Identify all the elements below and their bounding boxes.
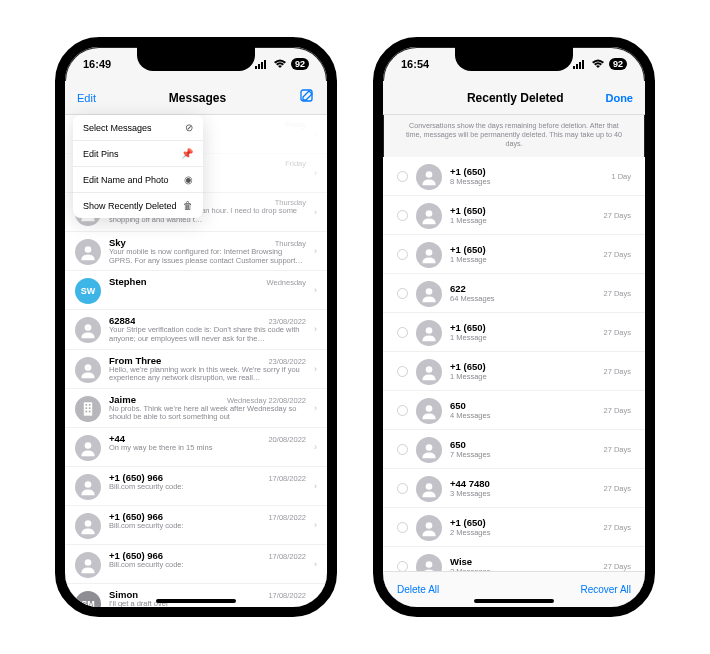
deleted-item[interactable]: +1 (650)1 Message27 Days	[383, 196, 645, 235]
chevron-right-icon: ›	[314, 403, 317, 413]
deleted-item[interactable]: Wise2 Messages27 Days	[383, 547, 645, 571]
deleted-name: +1 (650)	[450, 361, 595, 372]
select-circle[interactable]	[397, 561, 408, 572]
conversation-item[interactable]: 6288423/08/2022Your Stripe verification …	[65, 310, 327, 349]
days-remaining: 27 Days	[603, 367, 631, 376]
phone-left: 16:49 92 Edit Messages FridayMessage thr…	[55, 37, 337, 617]
select-circle[interactable]	[397, 366, 408, 377]
select-circle[interactable]	[397, 327, 408, 338]
select-circle[interactable]	[397, 444, 408, 455]
deleted-item[interactable]: 62264 Messages27 Days	[383, 274, 645, 313]
avatar	[75, 317, 101, 343]
conversation-item[interactable]: +4420/08/2022On my way be there in 15 mi…	[65, 428, 327, 467]
done-button[interactable]: Done	[605, 92, 633, 104]
conversation-item[interactable]: SMSimon17/08/2022I'll get a draft over›	[65, 584, 327, 607]
delete-all-button[interactable]: Delete All	[397, 584, 439, 595]
status-time: 16:49	[83, 58, 111, 70]
avatar	[416, 281, 442, 307]
avatar	[416, 320, 442, 346]
recover-all-button[interactable]: Recover All	[580, 584, 631, 595]
days-remaining: 27 Days	[603, 523, 631, 532]
deleted-msg-count: 4 Messages	[450, 411, 595, 420]
conversation-item[interactable]: From Three23/08/2022Hello, we're plannin…	[65, 350, 327, 389]
deleted-main: 62264 Messages	[450, 283, 595, 303]
svg-rect-26	[582, 60, 584, 69]
conversation-preview: Bill.com security code:	[109, 561, 306, 570]
deleted-msg-count: 1 Message	[450, 216, 595, 225]
conversation-preview: Bill.com security code:	[109, 483, 306, 492]
conversation-item[interactable]: +1 (650) 96617/08/2022Bill.com security …	[65, 467, 327, 506]
deleted-item[interactable]: 6507 Messages27 Days	[383, 430, 645, 469]
days-remaining: 27 Days	[603, 211, 631, 220]
deleted-item[interactable]: 6504 Messages27 Days	[383, 391, 645, 430]
edit-menu-item[interactable]: Edit Name and Photo◉	[73, 167, 203, 193]
conversation-date: 23/08/2022	[268, 317, 306, 326]
deleted-item[interactable]: +44 74803 Messages27 Days	[383, 469, 645, 508]
select-circle[interactable]	[397, 210, 408, 221]
conversation-name: 62884	[109, 315, 135, 326]
chevron-right-icon: ›	[314, 520, 317, 530]
select-circle[interactable]	[397, 288, 408, 299]
days-remaining: 27 Days	[603, 562, 631, 571]
select-circle[interactable]	[397, 483, 408, 494]
deleted-name: +44 7480	[450, 478, 595, 489]
svg-rect-12	[86, 404, 88, 406]
select-circle[interactable]	[397, 405, 408, 416]
conversation-date: 20/08/2022	[268, 435, 306, 444]
deleted-main: +1 (650)1 Message	[450, 361, 595, 381]
conversation-item[interactable]: +1 (650) 96617/08/2022Bill.com security …	[65, 506, 327, 545]
conversation-date: 23/08/2022	[268, 357, 306, 366]
avatar	[75, 552, 101, 578]
deleted-name: +1 (650)	[450, 322, 595, 333]
deleted-main: +44 74803 Messages	[450, 478, 595, 498]
select-circle[interactable]	[397, 171, 408, 182]
conversation-item[interactable]: JaimeWednesday 22/08/2022No probs. Think…	[65, 389, 327, 428]
edit-button[interactable]: Edit	[77, 92, 96, 104]
home-indicator[interactable]	[156, 599, 236, 603]
notch	[455, 47, 573, 71]
svg-point-10	[85, 364, 92, 371]
compose-button[interactable]	[299, 88, 315, 108]
conversation-preview: Your mobile is now configured for: Inter…	[109, 248, 306, 265]
edit-menu-item[interactable]: Select Messages⊘	[73, 115, 203, 141]
conversation-preview: Your Stripe verification code is: Don't …	[109, 326, 306, 343]
deleted-name: +1 (650)	[450, 244, 595, 255]
select-circle[interactable]	[397, 522, 408, 533]
edit-menu-item[interactable]: Show Recently Deleted🗑	[73, 193, 203, 218]
battery-icon: 92	[291, 58, 309, 70]
conversation-date: Thursday	[275, 198, 306, 207]
deleted-item[interactable]: +1 (650)1 Message27 Days	[383, 352, 645, 391]
deleted-item[interactable]: +1 (650)1 Message27 Days	[383, 313, 645, 352]
svg-point-19	[85, 481, 92, 488]
svg-point-27	[426, 171, 433, 178]
deleted-item[interactable]: +1 (650)1 Message27 Days	[383, 235, 645, 274]
svg-rect-25	[579, 62, 581, 69]
conversation-item[interactable]: SWStephenWednesday›	[65, 271, 327, 310]
svg-rect-23	[573, 66, 575, 69]
deleted-main: 6504 Messages	[450, 400, 595, 420]
chevron-right-icon: ›	[314, 324, 317, 334]
select-circle[interactable]	[397, 249, 408, 260]
deleted-msg-count: 1 Message	[450, 372, 595, 381]
home-indicator[interactable]	[474, 599, 554, 603]
deleted-list[interactable]: +1 (650)8 Messages1 Day+1 (650)1 Message…	[383, 157, 645, 571]
conversation-item[interactable]: +1 (650) 96617/08/2022Bill.com security …	[65, 545, 327, 584]
days-remaining: 27 Days	[603, 328, 631, 337]
conversation-main: +1 (650) 96617/08/2022Bill.com security …	[109, 511, 306, 531]
conversation-item[interactable]: SkyThursdayYour mobile is now configured…	[65, 232, 327, 271]
conversation-name: Stephen	[109, 276, 146, 287]
deleted-item[interactable]: +1 (650)8 Messages1 Day	[383, 157, 645, 196]
edit-menu-item[interactable]: Edit Pins📌	[73, 141, 203, 167]
chevron-right-icon: ›	[314, 559, 317, 569]
deleted-msg-count: 7 Messages	[450, 450, 595, 459]
conversation-name: +1 (650) 966	[109, 472, 163, 483]
avatar	[416, 203, 442, 229]
deleted-item[interactable]: +1 (650)2 Messages27 Days	[383, 508, 645, 547]
deleted-msg-count: 1 Message	[450, 255, 595, 264]
avatar	[416, 398, 442, 424]
deleted-msg-count: 1 Message	[450, 333, 595, 342]
avatar	[416, 437, 442, 463]
conversation-date: 17/08/2022	[268, 552, 306, 561]
chevron-right-icon: ›	[314, 598, 317, 607]
chevron-right-icon: ›	[314, 246, 317, 256]
